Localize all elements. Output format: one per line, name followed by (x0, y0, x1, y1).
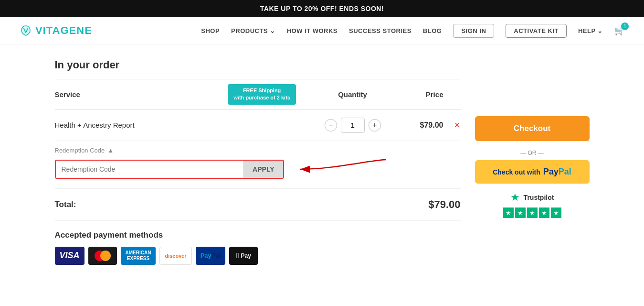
payment-mastercard (88, 247, 117, 265)
main-content: In your order Service FREE Shipping with… (36, 44, 609, 289)
nav-sign-in[interactable]: SIGN IN (453, 24, 494, 38)
total-price: $79.00 (428, 198, 460, 211)
col-shipping-badge: FREE Shipping with purchase of 2 kits (210, 84, 314, 105)
quantity-control: − + (314, 118, 391, 133)
quantity-decrease-button[interactable]: − (325, 119, 337, 131)
logo-text: VITAGENE (35, 24, 92, 37)
navbar: VITAGENE SHOP PRODUCTS ⌄ HOW IT WORKS SU… (0, 17, 644, 44)
payment-title: Accepted payment methods (55, 230, 461, 240)
checkout-button[interactable]: Checkout (475, 116, 590, 141)
trustpilot-star-icon: ★ (510, 191, 520, 204)
nav-help[interactable]: HELP ⌄ (578, 27, 603, 34)
col-price-header: Price (391, 90, 443, 98)
total-row: Total: $79.00 (55, 189, 461, 221)
trustpilot-section: ★ Trustpilot (475, 191, 590, 204)
trustpilot-star-3: ★ (527, 208, 538, 218)
nav-success-stories[interactable]: SUCCESS STORIES (349, 27, 412, 34)
payment-methods: VISA AMERICANEXPRESS discover (55, 247, 461, 265)
trustpilot-star-5: ★ (551, 208, 561, 218)
quantity-input[interactable] (341, 118, 365, 133)
col-service-header: Service (55, 90, 211, 98)
redemption-toggle[interactable]: Redemption Code ▲ (55, 147, 461, 154)
redemption-input-wrapper: APPLY (55, 160, 284, 179)
quantity-col: − + (314, 118, 391, 133)
logo-link[interactable]: VITAGENE (19, 24, 92, 37)
redemption-toggle-label: Redemption Code (55, 147, 105, 154)
paypal-checkout-label: Check out with (493, 168, 540, 176)
promo-banner: TAKE UP TO 20% OFF! ENDS SOON! (0, 0, 644, 17)
nav-products[interactable]: PRODUCTS ⌄ (231, 27, 275, 34)
nav-how-it-works[interactable]: HOW IT WORKS (287, 27, 338, 34)
or-divider: — OR — (475, 150, 590, 156)
remove-item-button[interactable]: ✕ (454, 121, 460, 129)
nav-shop[interactable]: SHOP (201, 27, 220, 34)
order-title: In your order (55, 59, 461, 71)
logo-icon (19, 24, 32, 37)
arrow-annotation (296, 155, 391, 184)
order-column: In your order Service FREE Shipping with… (55, 59, 461, 274)
service-name: Health + Ancestry Report (55, 121, 135, 129)
quantity-increase-button[interactable]: + (369, 119, 381, 131)
order-table-header: Service FREE Shipping with purchase of 2… (55, 79, 461, 110)
nav-blog[interactable]: BLOG (423, 27, 442, 34)
payment-paypal: PayPal (196, 247, 226, 265)
checkout-sidebar: Checkout — OR — Check out with PayPal ★ … (475, 59, 590, 274)
paypal-brand-label: PayPal (543, 167, 571, 177)
order-item-row: Health + Ancestry Report − + $79.00 ✕ (55, 110, 461, 141)
redemption-section: Redemption Code ▲ APPLY (55, 141, 461, 189)
payment-section: Accepted payment methods VISA AMERICANEX… (55, 221, 461, 274)
trustpilot-star-4: ★ (539, 208, 549, 218)
item-price: $79.00 (420, 121, 443, 129)
promo-text: TAKE UP TO 20% OFF! ENDS SOON! (260, 5, 384, 12)
col-quantity-header: Quantity (314, 90, 391, 98)
payment-applepay:  Pay (229, 247, 258, 265)
redemption-toggle-icon: ▲ (107, 147, 114, 154)
paypal-checkout-button[interactable]: Check out with PayPal (475, 160, 590, 184)
trustpilot-star-1: ★ (503, 208, 514, 218)
redemption-code-input[interactable] (56, 161, 244, 178)
free-shipping-badge: FREE Shipping with purchase of 2 kits (228, 84, 296, 105)
nav-links: SHOP PRODUCTS ⌄ HOW IT WORKS SUCCESS STO… (201, 25, 625, 36)
trustpilot-label: Trustpilot (524, 194, 554, 201)
cart-icon[interactable]: 🛒 1 (614, 25, 625, 36)
payment-discover: discover (159, 247, 191, 265)
payment-visa: VISA (55, 247, 84, 265)
trustpilot-star-2: ★ (515, 208, 526, 218)
trustpilot-stars: ★ ★ ★ ★ ★ (475, 208, 590, 218)
cart-badge: 1 (621, 22, 629, 30)
redemption-input-row: APPLY (55, 160, 284, 179)
total-label: Total: (55, 200, 76, 209)
nav-activate-kit[interactable]: ACTIVATE KIT (506, 24, 567, 38)
apply-code-button[interactable]: APPLY (243, 161, 283, 178)
payment-amex: AMERICANEXPRESS (121, 247, 156, 265)
